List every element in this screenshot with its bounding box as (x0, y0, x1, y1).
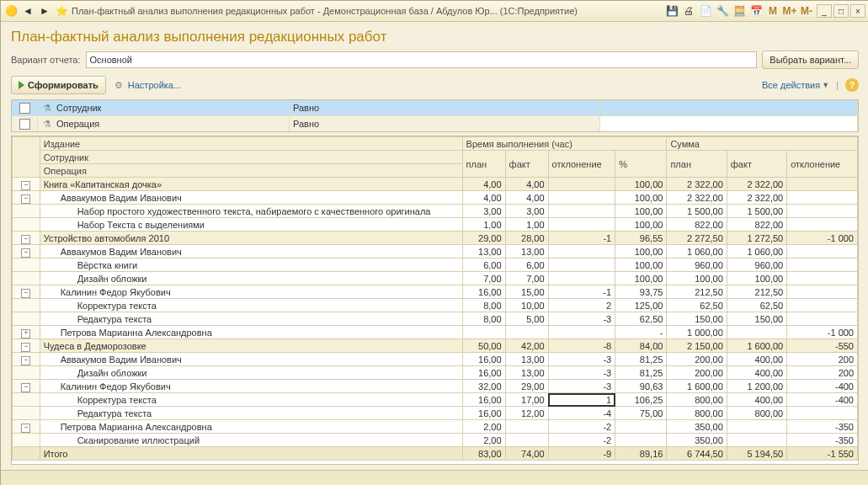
cell-sum-plan: 960,00 (667, 258, 727, 272)
cell-plan: 4,00 (462, 191, 505, 205)
filter-row[interactable]: ⚗СотрудникРавно (12, 100, 858, 116)
hdr-group1: Издание (40, 137, 462, 151)
app-logo-icon: 🟡 (4, 4, 18, 18)
collapse-icon[interactable]: − (21, 248, 30, 258)
m-minus-icon[interactable]: M- (800, 4, 813, 18)
collapse-icon[interactable]: − (21, 195, 30, 204)
close-button[interactable]: × (850, 4, 865, 18)
expand-icon[interactable]: + (21, 329, 30, 338)
help-icon[interactable]: ? (845, 78, 859, 92)
cell-plan: 8,00 (462, 299, 505, 312)
row-label: Чудеса в Дедморозовке (40, 339, 462, 353)
hdr-plan: план (462, 151, 505, 178)
table-row[interactable]: Редактура текста16,0012,00-475,00800,008… (13, 407, 858, 420)
cell-sum-fact: 100,00 (727, 272, 786, 285)
cell-pct: 125,00 (615, 299, 667, 312)
table-row[interactable]: Вёрстка книги6,006,00100,00960,00960,00 (13, 258, 858, 272)
hdr-dev: отклонение (548, 151, 615, 178)
nav-fwd-icon[interactable]: ► (38, 4, 51, 18)
filter-row[interactable]: ⚗ОперацияРавно (12, 116, 858, 131)
table-row[interactable]: Редактура текста8,005,00-362,50150,00150… (13, 312, 858, 326)
cell-plan: 16,00 (462, 285, 505, 299)
print-icon[interactable]: 🖨 (682, 4, 695, 18)
collapse-icon[interactable]: − (21, 289, 30, 298)
table-row[interactable]: Набор Текста с выделениями1,001,00100,00… (13, 218, 858, 232)
all-actions-link[interactable]: Все действия ▼ (762, 80, 829, 90)
table-row[interactable]: −Петрова Марианна Александровна2,00-2350… (13, 420, 858, 434)
choose-variant-button[interactable]: Выбрать вариант... (762, 51, 859, 69)
cell-plan: 3,00 (462, 205, 505, 218)
tool-icon[interactable]: 🔧 (716, 4, 729, 18)
cell-fact: 42,00 (505, 339, 548, 353)
cell-sum-fact: 1 060,00 (727, 245, 786, 258)
cell-fact: 10,00 (505, 299, 548, 312)
cell-pct: - (615, 326, 667, 339)
cell-dev: -4 (548, 407, 615, 420)
table-row[interactable]: −Аввакумов Вадим Иванович16,0013,00-381,… (13, 353, 858, 366)
star-icon[interactable]: ⭐ (55, 4, 68, 18)
filter-op: Равно (290, 100, 600, 115)
settings-link[interactable]: ⚙ Настройка... (113, 79, 181, 91)
cell-fact: 28,00 (505, 232, 548, 245)
m-plus-icon[interactable]: M+ (783, 4, 796, 18)
cell-sum-dev (787, 191, 858, 205)
collapse-icon[interactable]: − (21, 424, 30, 433)
cell-plan: 13,00 (462, 245, 505, 258)
cell-fact (505, 326, 548, 339)
table-row[interactable]: −Устройство автомобиля 201029,0028,00-19… (13, 232, 858, 245)
m-icon[interactable]: M (766, 4, 780, 18)
calendar-icon[interactable]: 📅 (749, 4, 763, 18)
cell-sum-plan: 2 150,00 (667, 339, 727, 353)
table-row[interactable]: −Калинин Федор Якубович32,0029,00-390,63… (13, 380, 858, 393)
minimize-button[interactable]: _ (817, 4, 832, 18)
table-row[interactable]: −Чудеса в Дедморозовке50,0042,00-884,002… (13, 339, 858, 353)
collapse-icon[interactable]: − (21, 356, 30, 365)
filter-value[interactable] (600, 100, 858, 115)
tree-cell: − (13, 245, 40, 258)
cell-sum-dev (787, 205, 858, 218)
table-row[interactable]: Набор простого художественного текста, н… (13, 205, 858, 218)
tree-cell: + (13, 326, 40, 339)
tree-cell (13, 407, 40, 420)
report-area[interactable]: Издание Время выполнения (час) Сумма Сот… (11, 136, 859, 465)
doc-icon[interactable]: 📄 (699, 4, 712, 18)
page-title: План-фактный анализ выполнения редакцион… (1, 22, 868, 49)
cell-sum-fact: 1 200,00 (727, 380, 786, 393)
cell-plan: 4,00 (462, 178, 505, 191)
collapse-icon[interactable]: − (21, 181, 30, 190)
table-row[interactable]: −Аввакумов Вадим Иванович4,004,00100,002… (13, 191, 858, 205)
table-row[interactable]: −Калинин Федор Якубович16,0015,00-193,75… (13, 285, 858, 299)
table-row[interactable]: Корректура текста8,0010,002125,0062,5062… (13, 299, 858, 312)
collapse-icon[interactable]: − (21, 383, 30, 392)
cell-dev: -3 (548, 312, 615, 326)
cell-sum-dev: -1 000 (787, 326, 858, 339)
collapse-icon[interactable]: − (21, 235, 30, 244)
filter-checkbox[interactable] (19, 103, 30, 114)
cell-sum-fact: 2 322,00 (727, 191, 786, 205)
row-label: Дизайн обложки (40, 366, 462, 380)
cell-pct: 96,55 (615, 232, 667, 245)
calc-icon[interactable]: 🧮 (732, 4, 746, 18)
form-button[interactable]: Сформировать (11, 76, 106, 94)
nav-back-icon[interactable]: ◄ (21, 4, 35, 18)
row-label: Калинин Федор Якубович (40, 285, 462, 299)
table-row[interactable]: Корректура текста16,0017,001106,25800,00… (13, 393, 858, 407)
maximize-button[interactable]: □ (833, 4, 849, 18)
collapse-icon[interactable]: − (21, 343, 30, 352)
save-icon[interactable]: 💾 (665, 4, 679, 18)
table-row[interactable]: +Петрова Марианна Александровна-1 000,00… (13, 326, 858, 339)
table-row[interactable]: Дизайн обложки7,007,00100,00100,00100,00 (13, 272, 858, 285)
row-label: Аввакумов Вадим Иванович (40, 245, 462, 258)
cell-pct: 81,25 (615, 353, 667, 366)
filter-value[interactable] (600, 116, 858, 131)
cell-plan: 2,00 (462, 420, 505, 434)
table-row[interactable]: −Аввакумов Вадим Иванович13,0013,00100,0… (13, 245, 858, 258)
filter-checkbox[interactable] (19, 119, 30, 130)
table-row[interactable]: Дизайн обложки16,0013,00-381,25200,00400… (13, 366, 858, 380)
hdr-pct: % (615, 151, 667, 178)
table-row[interactable]: Сканирование иллюстраций2,00-2350,00-350 (13, 434, 858, 447)
cell-plan: 6,00 (462, 258, 505, 272)
table-row[interactable]: −Книга «Капитанская дочка»4,004,00100,00… (13, 178, 858, 191)
variant-input[interactable]: Основной (86, 51, 758, 68)
report-table: Издание Время выполнения (час) Сумма Сот… (12, 136, 858, 461)
